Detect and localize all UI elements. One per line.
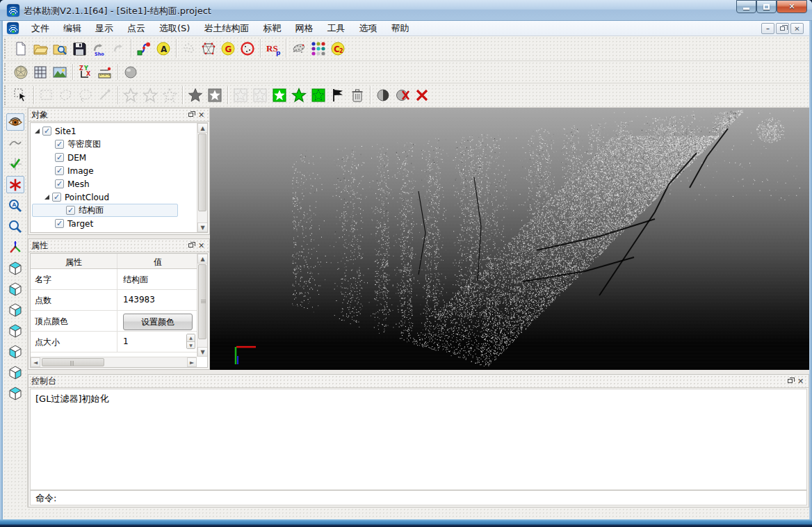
set-color-button[interactable]: 设置颜色 xyxy=(123,314,193,330)
console-log[interactable]: [GL过滤器]初始化 xyxy=(30,389,807,490)
points-cloud-icon[interactable] xyxy=(179,39,199,58)
properties-hscrollbar[interactable]: ◄ ► xyxy=(31,357,197,367)
green-rect-star-icon[interactable] xyxy=(270,86,289,105)
save-icon[interactable] xyxy=(70,39,89,58)
menu-tools[interactable]: 工具 xyxy=(320,21,352,36)
geodesic-globe-icon[interactable] xyxy=(11,63,31,82)
objects-tree-scrollbar[interactable]: ▲ ▼ xyxy=(197,123,207,232)
view-cube-side2-icon[interactable] xyxy=(6,364,24,381)
close-panel-icon[interactable]: ✕ xyxy=(196,110,206,120)
pointcloud-viewport[interactable] xyxy=(210,108,809,370)
green-star-icon[interactable] xyxy=(289,86,309,105)
sphere-x-icon[interactable] xyxy=(393,86,412,105)
expander-icon[interactable] xyxy=(35,129,40,133)
menu-edit[interactable]: 编辑 xyxy=(56,21,88,36)
checkbox-icon[interactable]: ✓ xyxy=(55,179,64,188)
checkbox-icon[interactable]: ✓ xyxy=(66,206,75,215)
view-cube-front-icon[interactable] xyxy=(6,280,24,298)
scroll-up-icon[interactable]: ▲ xyxy=(197,123,208,133)
image-icon[interactable] xyxy=(50,63,70,82)
menu-file[interactable]: 文件 xyxy=(24,21,56,36)
circle-a-icon[interactable]: A xyxy=(154,39,173,58)
close-panel-icon[interactable]: ✕ xyxy=(196,241,206,250)
star-outline-2-icon[interactable] xyxy=(140,86,160,105)
scroll-up-icon[interactable]: ▲ xyxy=(197,254,208,264)
view-cube-top-icon[interactable] xyxy=(6,259,24,277)
checkbox-icon[interactable] xyxy=(55,232,64,233)
scroll-right-icon[interactable]: ► xyxy=(187,357,197,367)
menu-select[interactable]: 选取(S) xyxy=(152,21,197,36)
green-rect-dashed-icon[interactable] xyxy=(309,86,328,105)
minimize-button[interactable] xyxy=(736,0,756,13)
zoom-text-icon[interactable]: A xyxy=(6,197,24,214)
properties-vscrollbar[interactable]: ▲ ▼ xyxy=(197,254,207,357)
menu-display[interactable]: 显示 xyxy=(88,21,120,36)
checkbox-icon[interactable]: ✓ xyxy=(55,166,64,175)
scroll-down-icon[interactable]: ▼ xyxy=(197,222,208,232)
checkbox-icon[interactable]: ✓ xyxy=(52,193,61,202)
maximize-button[interactable] xyxy=(756,0,777,13)
tree-item-structure-plane[interactable]: ✓ 结构面 xyxy=(32,204,178,217)
new-file-icon[interactable] xyxy=(11,39,31,58)
rect-select-icon[interactable] xyxy=(37,86,56,105)
view-cube-top2-icon[interactable] xyxy=(6,322,24,339)
float-panel-icon[interactable] xyxy=(785,376,795,386)
circle-g-icon[interactable]: G xyxy=(218,39,238,58)
tree-item-dem[interactable]: ✓ DEM xyxy=(32,151,196,164)
star-frame-2-icon[interactable] xyxy=(250,86,270,105)
color-grid-icon[interactable] xyxy=(309,39,328,58)
checkbox-icon[interactable]: ✓ xyxy=(55,153,64,162)
select-cursor-icon[interactable] xyxy=(11,86,31,105)
menu-target[interactable]: 标靶 xyxy=(256,21,288,36)
tree-item-partial[interactable] xyxy=(32,230,196,233)
star-dashed-icon[interactable] xyxy=(160,86,179,105)
command-input[interactable]: 命令: xyxy=(30,490,807,505)
tree-item-target[interactable]: ✓ Target xyxy=(32,217,196,230)
tree-item-density-map[interactable]: ✓ 等密度图 xyxy=(32,138,196,151)
point-size-spinner[interactable]: ▲▼ xyxy=(186,334,195,349)
mesh-wireframe-icon[interactable] xyxy=(199,39,218,58)
view-cube-side-icon[interactable] xyxy=(6,301,24,318)
toolbar-handle[interactable] xyxy=(4,63,10,81)
arc-icon[interactable] xyxy=(6,134,24,152)
scroll-left-icon[interactable]: ◄ xyxy=(31,357,40,367)
star-rect-icon[interactable] xyxy=(205,86,225,105)
mdi-close-button[interactable]: ✕ xyxy=(790,23,804,34)
console-panel-titlebar[interactable]: 控制台 ✕ xyxy=(29,375,809,388)
menu-options[interactable]: 选项 xyxy=(352,21,384,36)
flag-icon[interactable] xyxy=(328,86,348,105)
menu-mesh[interactable]: 网格 xyxy=(288,21,320,36)
mdi-minimize-button[interactable]: – xyxy=(761,23,774,34)
checkbox-icon[interactable]: ✓ xyxy=(55,140,64,149)
line-pick-icon[interactable] xyxy=(95,86,115,105)
toolbar-handle[interactable] xyxy=(4,39,10,58)
curve-points-icon[interactable] xyxy=(134,39,154,58)
expander-icon[interactable] xyxy=(44,195,49,200)
grid-table-icon[interactable] xyxy=(31,63,50,82)
view-cube-iso-icon[interactable] xyxy=(6,384,24,402)
mdi-restore-button[interactable] xyxy=(776,23,789,34)
cluster-disc-icon[interactable] xyxy=(289,39,309,58)
toolbar-handle[interactable] xyxy=(4,86,10,104)
title-bar[interactable]: 岩体勘测V2.1.1[64] - [Site1]-结构面.project ✕ xyxy=(0,0,812,21)
lasso-select-icon[interactable] xyxy=(76,86,95,105)
check-cross-icon[interactable] xyxy=(6,155,24,172)
view-cube-front2-icon[interactable] xyxy=(6,343,24,360)
menu-pointcloud[interactable]: 点云 xyxy=(120,21,152,36)
poly-select-icon[interactable] xyxy=(56,86,76,105)
checkbox-icon[interactable]: ✓ xyxy=(55,219,64,228)
zoom-icon[interactable] xyxy=(6,218,24,235)
properties-panel-titlebar[interactable]: 属性 ✕ xyxy=(29,239,209,252)
trash-icon[interactable] xyxy=(348,86,367,105)
snapshot-hook-icon[interactable]: Sho xyxy=(89,39,108,58)
checkbox-icon[interactable]: ✓ xyxy=(42,127,51,136)
scrollbar-thumb[interactable] xyxy=(198,133,206,211)
objects-panel-titlebar[interactable]: 对象 ✕ xyxy=(29,108,209,122)
star-filled-icon[interactable] xyxy=(186,86,205,105)
star-frame-1-icon[interactable] xyxy=(231,86,250,105)
open-search-icon[interactable] xyxy=(50,39,70,58)
menu-help[interactable]: 帮助 xyxy=(384,21,416,36)
star-outline-1-icon[interactable] xyxy=(121,86,140,105)
eye-icon[interactable] xyxy=(6,113,24,131)
zyx-axes-icon[interactable]: ZYX xyxy=(76,63,95,82)
